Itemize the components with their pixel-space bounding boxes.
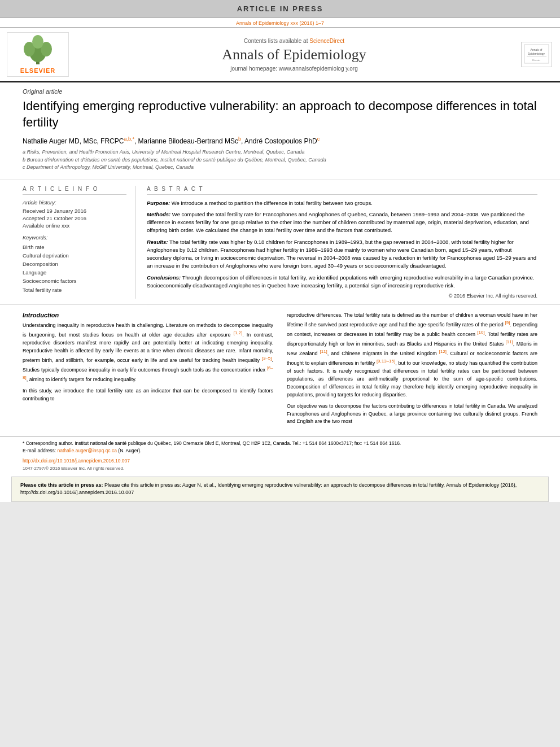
elsevier-tree-icon bbox=[18, 35, 58, 66]
keyword-socioeconomic: Socioeconomic factors bbox=[23, 277, 126, 285]
ref-11a: [11] bbox=[506, 339, 513, 344]
affiliations: a Risks, Prevention, and Health Promotio… bbox=[23, 148, 537, 172]
received-date: Received 19 January 2016 bbox=[23, 208, 126, 214]
introduction-title: Introduction bbox=[23, 312, 273, 318]
journal-logo-box: Annals of Epidemiology Elsevier bbox=[521, 42, 552, 67]
email-line: E-mail address: nathalie.auger@inspq.qc.… bbox=[23, 447, 537, 455]
ref-10: [10] bbox=[477, 330, 484, 335]
ref-3-5: [3–5] bbox=[262, 356, 272, 361]
purpose-text: We introduce a method to partition the d… bbox=[172, 200, 373, 206]
ref-11b: [11] bbox=[320, 349, 327, 354]
email-address: nathalie.auger@inspq.qc.ca bbox=[57, 448, 117, 453]
journal-homepage: journal homepage: www.annalsofepidemiolo… bbox=[75, 65, 514, 72]
ref-6-8: [6–8] bbox=[23, 365, 273, 380]
elsevier-logo: ELSEVIER bbox=[7, 32, 69, 77]
ref-9: [9] bbox=[505, 320, 510, 325]
email-author-name: (N. Auger). bbox=[118, 448, 141, 453]
body-section: Introduction Understanding inequality in… bbox=[0, 305, 560, 436]
contents-line: Contents lists available at ScienceDirec… bbox=[75, 38, 514, 44]
citation-bar: Please cite this article in press as: Pl… bbox=[11, 477, 549, 502]
results-label: Results: bbox=[147, 239, 168, 245]
authors-line: Nathalie Auger MD, MSc, FRCPCa,b,*, Mari… bbox=[23, 136, 537, 145]
conclusions-label: Conclusions: bbox=[147, 274, 181, 281]
article-title: Identifying emerging reproductive vulner… bbox=[23, 98, 537, 130]
citation-please-label: Please cite this article in press as: bbox=[20, 482, 104, 488]
doi-link[interactable]: http://dx.doi.org/10.1016/j.annepidem.20… bbox=[23, 458, 130, 464]
body-columns: Introduction Understanding inequality in… bbox=[23, 312, 537, 429]
email-label: E-mail address: bbox=[23, 448, 56, 453]
info-abstract-section: A R T I C L E I N F O Article history: R… bbox=[0, 180, 560, 305]
footnote-section: * Corresponding author. Institut nationa… bbox=[0, 436, 560, 457]
article-info-col: A R T I C L E I N F O Article history: R… bbox=[23, 186, 135, 299]
author2-sup: b bbox=[238, 136, 241, 142]
results-text: The total fertility rate was higher by 0… bbox=[147, 239, 536, 269]
history-label: Article history: bbox=[23, 199, 126, 206]
affil-b: b Bureau d'information et d'études en sa… bbox=[23, 156, 537, 164]
ref-1-2: [1,2] bbox=[234, 330, 243, 335]
right-para2: Our objective was to decompose the facto… bbox=[287, 403, 537, 426]
corresponding-author-note: * Corresponding author. Institut nationa… bbox=[23, 440, 401, 446]
abstract-col: A B S T R A C T Purpose: We introduce a … bbox=[147, 186, 537, 299]
keyword-birth-rate: Birth rate bbox=[23, 243, 126, 251]
keyword-cultural: Cultural deprivation bbox=[23, 251, 126, 260]
methods-label: Methods: bbox=[147, 211, 170, 217]
keywords-label: Keywords: bbox=[23, 234, 126, 241]
purpose-label: Purpose: bbox=[147, 200, 170, 206]
article-info-heading: A R T I C L E I N F O bbox=[23, 186, 126, 195]
sciencedirect-link[interactable]: ScienceDirect bbox=[309, 38, 344, 44]
right-para1: reproductive differences. The total fert… bbox=[287, 312, 537, 399]
available-online: Available online xxx bbox=[23, 222, 126, 229]
intro-para1: Understanding inequality in reproductive… bbox=[23, 322, 273, 384]
svg-text:Annals of: Annals of bbox=[530, 48, 542, 51]
keyword-tfr: Total fertility rate bbox=[23, 286, 126, 294]
author1-sup: a,b,* bbox=[124, 136, 134, 142]
author1-name: Nathalie Auger MD, MSc, FRCPC bbox=[23, 137, 124, 145]
abstract-copyright: © 2016 Elsevier Inc. All rights reserved… bbox=[147, 293, 537, 299]
abstract-conclusions: Conclusions: Through decomposition of di… bbox=[147, 274, 537, 290]
article-in-press-banner: ARTICLE IN PRESS bbox=[0, 0, 560, 18]
footnote-text: * Corresponding author. Institut nationa… bbox=[23, 440, 537, 447]
abstract-heading: A B S T R A C T bbox=[147, 186, 537, 195]
doi-footer: http://dx.doi.org/10.1016/j.annepidem.20… bbox=[0, 457, 560, 465]
methods-text: We computed the total fertility rate for… bbox=[147, 211, 529, 234]
journal-logo-icon: Annals of Epidemiology Elsevier bbox=[524, 44, 549, 64]
body-left-col: Introduction Understanding inequality in… bbox=[23, 312, 273, 429]
intro-para2: In this study, we introduce the total fe… bbox=[23, 387, 273, 403]
banner-text: ARTICLE IN PRESS bbox=[237, 5, 323, 13]
abstract-methods: Methods: We computed the total fertility… bbox=[147, 211, 537, 235]
journal-name: Annals of Epidemiology bbox=[75, 46, 514, 63]
journal-header: ELSEVIER Contents lists available at Sci… bbox=[0, 28, 560, 82]
author3-sup: c bbox=[317, 136, 320, 142]
svg-text:Epidemiology: Epidemiology bbox=[527, 52, 545, 55]
body-right-col: reproductive differences. The total fert… bbox=[287, 312, 537, 429]
abstract-purpose: Purpose: We introduce a method to partit… bbox=[147, 199, 537, 207]
keyword-decomposition: Decomposition bbox=[23, 260, 126, 268]
copyright-footer: 1047-2797/© 2016 Elsevier Inc. All right… bbox=[0, 465, 560, 473]
author2-name: Marianne Bilodeau-Bertrand MSc bbox=[138, 137, 238, 145]
article-section: Original article Identifying emerging re… bbox=[0, 82, 560, 180]
journal-title-block: Contents lists available at ScienceDirec… bbox=[69, 38, 519, 72]
keyword-language: Language bbox=[23, 268, 126, 277]
journal-logo-right: Annals of Epidemiology Elsevier bbox=[519, 42, 553, 67]
abstract-results: Results: The total fertility rate was hi… bbox=[147, 238, 537, 270]
page: ARTICLE IN PRESS Annals of Epidemiology … bbox=[0, 0, 560, 502]
ref-9-13-15: [9,13–15] bbox=[377, 359, 395, 364]
svg-point-4 bbox=[32, 35, 43, 49]
article-type: Original article bbox=[23, 88, 537, 95]
svg-text:Elsevier: Elsevier bbox=[532, 59, 540, 62]
ref-12: [12] bbox=[439, 349, 447, 354]
accepted-date: Accepted 21 October 2016 bbox=[23, 215, 126, 221]
conclusions-text: Through decomposition of differences in … bbox=[147, 274, 534, 289]
affil-a: a Risks, Prevention, and Health Promotio… bbox=[23, 148, 537, 156]
affil-c: c Department of Anthropology, McGill Uni… bbox=[23, 164, 537, 172]
author3-name: André Costopoulos PhD bbox=[244, 137, 317, 145]
doi-line: Annals of Epidemiology xxx (2016) 1–7 bbox=[0, 18, 560, 28]
